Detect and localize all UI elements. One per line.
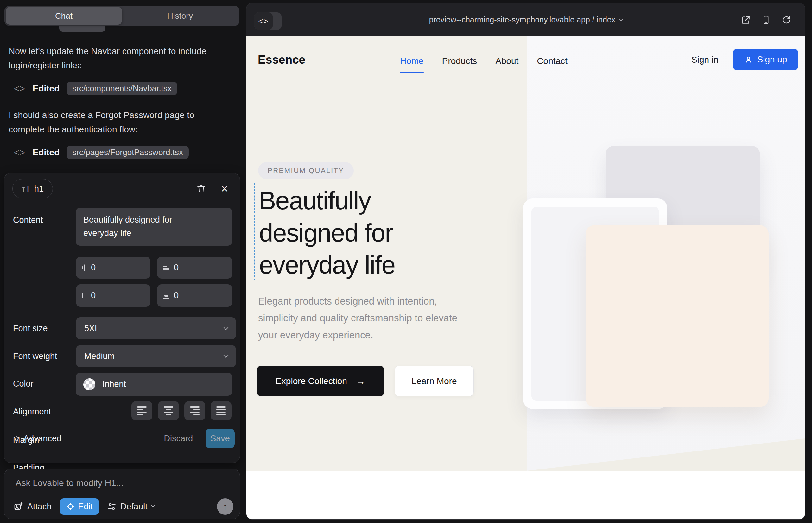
font-weight-value: Medium	[84, 351, 114, 361]
padding-x-value[interactable]	[91, 291, 129, 301]
chevron-down-icon	[224, 353, 229, 358]
edit-label: Edit	[78, 502, 93, 511]
tab-history[interactable]: History	[122, 7, 238, 25]
font-weight-label: Font weight	[13, 351, 57, 361]
advanced-label: Advanced	[23, 434, 61, 444]
preview-url-bar[interactable]: preview--charming-site-symphony.lovable.…	[246, 3, 805, 36]
edited-file-row: <> Edited src/pages/ForgotPassword.tsx	[14, 146, 189, 159]
margin-x-value[interactable]	[91, 263, 129, 273]
preview-url: preview--charming-site-symphony.lovable.…	[429, 15, 616, 24]
align-right-button[interactable]	[184, 401, 205, 420]
hero-headline[interactable]: Beautifully designed for everyday life	[259, 184, 455, 281]
attach-button[interactable]: Attach	[14, 502, 52, 511]
content-label: Content	[13, 215, 43, 225]
sidebar-tabs: Chat History	[4, 6, 240, 26]
chevron-down-icon	[619, 17, 623, 21]
smartphone-icon	[761, 15, 771, 25]
refresh-icon	[782, 15, 791, 25]
preview-site: Essence Home Products About Contact Sign…	[246, 36, 805, 519]
learn-more-button[interactable]: Learn More	[394, 366, 474, 396]
color-value: Inherit	[102, 379, 126, 389]
align-center-button[interactable]	[158, 401, 179, 420]
h1-selection-outline: Beautifully designed for everyday life	[254, 183, 525, 281]
assistant-message: I should also create a Forgot Password p…	[8, 108, 217, 137]
chevron-right-icon	[14, 436, 19, 441]
site-nav: Home Products About Contact	[400, 55, 567, 68]
code-icon: <>	[14, 147, 26, 158]
composer-toolbar: Attach Edit Defaul	[14, 498, 233, 515]
padding-y-value[interactable]	[174, 291, 212, 301]
hero-badge: PREMIUM QUALITY	[258, 162, 354, 179]
font-weight-select[interactable]: Medium	[76, 345, 236, 367]
font-size-label: Font size	[13, 324, 48, 333]
element-tag-label: h1	[34, 184, 44, 194]
sign-up-label: Sign up	[757, 54, 787, 65]
element-editor-panel: тT h1 × Content Beautifully designed for…	[4, 173, 240, 463]
padding-vertical-icon	[163, 292, 170, 299]
margin-y-value[interactable]	[174, 263, 212, 273]
sliders-icon	[107, 502, 116, 511]
arrow-right-icon: →	[356, 376, 366, 386]
nav-link-products[interactable]: Products	[442, 55, 477, 68]
align-left-button[interactable]	[131, 401, 152, 420]
color-label: Color	[13, 379, 34, 389]
edited-label: Edited	[33, 84, 60, 94]
trash-icon	[196, 184, 206, 194]
selected-element-badge[interactable]: тT h1	[12, 179, 53, 198]
nav-link-about[interactable]: About	[495, 55, 518, 68]
color-input[interactable]: Inherit	[76, 373, 232, 396]
arrow-up-icon: ↑	[223, 501, 228, 512]
mode-select[interactable]: Default	[107, 502, 154, 511]
open-in-new-tab-button[interactable]	[740, 14, 752, 26]
refresh-button[interactable]	[780, 14, 792, 26]
delete-element-button[interactable]	[194, 182, 208, 196]
file-chip[interactable]: src/pages/ForgotPassword.tsx	[67, 146, 189, 159]
save-button[interactable]: Save	[206, 429, 235, 448]
chevron-down-icon	[224, 325, 229, 330]
margin-y-input[interactable]	[157, 257, 232, 278]
edited-label: Edited	[33, 147, 60, 158]
mobile-view-button[interactable]	[760, 14, 772, 26]
close-editor-button[interactable]: ×	[217, 182, 231, 196]
editor-footer: Advanced Discard Save	[4, 427, 240, 451]
active-underline	[400, 72, 424, 73]
assistant-message: Now let's update the Navbar component to…	[8, 44, 211, 73]
margin-x-input[interactable]	[76, 257, 151, 278]
lovable-app: Chat History Now let's update the Navbar…	[0, 0, 812, 523]
nav-home-label: Home	[400, 56, 424, 66]
scrolled-file-chip	[59, 26, 105, 32]
advanced-toggle[interactable]: Advanced	[15, 434, 61, 444]
mode-label: Default	[120, 502, 147, 511]
align-right-icon	[190, 407, 199, 415]
send-button[interactable]: ↑	[217, 498, 233, 515]
site-logo[interactable]: Essence	[258, 53, 305, 67]
align-center-icon	[164, 407, 173, 415]
nav-link-home[interactable]: Home	[400, 55, 424, 68]
preview-toolbar: <> preview--charming-site-symphony.lovab…	[246, 3, 805, 36]
composer-input[interactable]	[16, 476, 218, 490]
close-icon: ×	[221, 182, 228, 196]
align-justify-button[interactable]	[211, 401, 231, 420]
nav-link-contact[interactable]: Contact	[537, 55, 567, 68]
sign-in-link[interactable]: Sign in	[691, 55, 719, 65]
preview-pane: <> preview--charming-site-symphony.lovab…	[246, 3, 805, 519]
external-link-icon	[741, 15, 751, 25]
attach-image-icon	[14, 502, 23, 511]
margin-vertical-icon	[163, 266, 170, 270]
tab-chat[interactable]: Chat	[6, 7, 122, 25]
padding-x-input[interactable]	[76, 284, 151, 307]
chevron-down-icon	[151, 504, 155, 507]
explore-label: Explore Collection	[276, 376, 347, 386]
attach-label: Attach	[27, 502, 52, 511]
padding-y-input[interactable]	[157, 284, 232, 307]
color-swatch-icon	[83, 378, 95, 390]
explore-collection-button[interactable]: Explore Collection →	[257, 366, 384, 396]
content-input[interactable]: Beautifully designed for everyday life	[76, 208, 232, 246]
hero-description: Elegant products designed with intention…	[258, 293, 477, 343]
edit-mode-button[interactable]: Edit	[60, 498, 100, 515]
sign-up-button[interactable]: Sign up	[733, 49, 798, 70]
file-chip[interactable]: src/components/Navbar.tsx	[67, 82, 177, 95]
discard-button[interactable]: Discard	[164, 434, 193, 444]
font-size-select[interactable]: 5XL	[76, 317, 236, 339]
edited-file-row: <> Edited src/components/Navbar.tsx	[14, 82, 177, 95]
